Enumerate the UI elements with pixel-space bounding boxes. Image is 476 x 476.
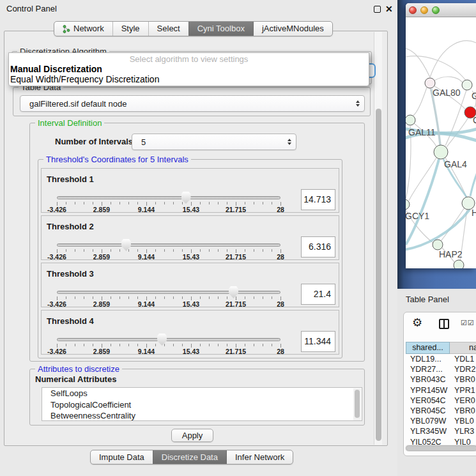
slider-tick xyxy=(137,296,138,299)
tab-network[interactable]: Network xyxy=(54,22,112,36)
slider-thumb[interactable] xyxy=(229,286,238,298)
slider-track[interactable] xyxy=(57,243,280,247)
slider-track[interactable] xyxy=(57,291,280,294)
tab-jactivemnodules[interactable]: jActiveMNodules xyxy=(253,22,332,36)
network-node[interactable] xyxy=(406,199,410,210)
dropdown-option-equal-width-frequency[interactable]: Equal Width/Frequency Discretization xyxy=(9,74,369,84)
panel-title: Control Panel xyxy=(6,0,57,18)
dropdown-option-manual-discretization[interactable]: Manual Discretization xyxy=(9,64,369,74)
slider-tick xyxy=(84,344,84,346)
threshold-panel: Threshold 3-3.4262.8599.14415.4321.71528… xyxy=(41,263,339,307)
slider-track[interactable] xyxy=(57,338,280,341)
slider-tick-label: 2.859 xyxy=(93,206,110,213)
float-panel-icon[interactable] xyxy=(374,6,381,13)
numerical-attributes-list[interactable]: SelfLoopsTopologicalCoefficientBetweenne… xyxy=(42,387,362,421)
slider-tick xyxy=(66,344,66,346)
table-row[interactable]: YBR043CYBR0 xyxy=(404,374,476,385)
list-scrollbar[interactable] xyxy=(353,388,361,421)
table-row[interactable]: YBL079WYBL0 xyxy=(404,416,476,426)
table-row[interactable]: YDR27...YDR2 xyxy=(404,364,476,374)
threshold-panel: Threshold 2-3.4262.8599.14415.4321.71528… xyxy=(41,215,339,260)
cell-name: YDL1 xyxy=(454,354,474,364)
slider-track[interactable] xyxy=(57,196,280,199)
threshold-value-field[interactable]: 6.316 xyxy=(301,236,335,257)
scrollbar-thumb[interactable] xyxy=(355,390,360,418)
network-canvas[interactable]: GAL80GACYGAL11GAL4GCY1HAHAP2 xyxy=(406,17,476,268)
column-layout-icon[interactable] xyxy=(439,319,449,329)
threshold-value-field[interactable]: 21.4 xyxy=(301,284,335,305)
slider-tick xyxy=(227,202,227,204)
slider-thumb[interactable] xyxy=(157,334,167,346)
network-node[interactable] xyxy=(433,240,443,250)
slider-tick xyxy=(155,296,156,299)
table-row[interactable]: YDL19...YDL1 xyxy=(404,354,476,364)
number-of-intervals-label: Number of Intervals xyxy=(55,137,133,146)
table-row[interactable]: YBR045CYBR0 xyxy=(404,406,476,416)
slider-tick xyxy=(173,249,174,252)
gear-icon[interactable]: ⚙ xyxy=(412,316,422,330)
control-panel-scrollbar[interactable] xyxy=(374,32,382,445)
attribute-list-item[interactable]: TopologicalCoefficient xyxy=(42,399,362,411)
attribute-list-item[interactable]: BetweennessCentrality xyxy=(42,410,362,421)
tab-discretize-data[interactable]: Discretize Data xyxy=(153,450,226,464)
table-row[interactable]: YLR345WYLR3 xyxy=(404,426,476,436)
tab-label: Network xyxy=(73,22,104,36)
slider-tick xyxy=(66,202,66,204)
tab-select[interactable]: Select xyxy=(148,22,188,36)
threshold-slider: -3.4262.8599.14415.4321.71528 xyxy=(57,286,282,307)
checkbox-icons[interactable]: ☑☑ xyxy=(461,319,475,327)
threshold-value-field[interactable]: 11.344 xyxy=(301,331,335,352)
threshold-slider: -3.4262.8599.14415.4321.71528 xyxy=(57,334,282,354)
table-horizontal-scrollbar[interactable] xyxy=(405,445,476,452)
threshold-slider: -3.4262.8599.14415.4321.71528 xyxy=(57,239,282,259)
table-data-combo[interactable]: galFiltered.sif default node xyxy=(20,95,365,112)
cell-shared-name: YDR27... xyxy=(410,364,443,374)
tab-label: Impute Data xyxy=(99,450,144,464)
tab-style[interactable]: Style xyxy=(112,22,148,36)
slider-thumb[interactable] xyxy=(121,239,131,251)
threshold-label: Threshold 1 xyxy=(47,174,94,184)
network-node[interactable] xyxy=(425,78,435,88)
column-header-name[interactable]: na xyxy=(450,342,476,354)
network-node[interactable] xyxy=(406,115,415,125)
slider-tick-label: 15.43 xyxy=(183,206,199,213)
zoom-button[interactable] xyxy=(432,6,440,14)
table-panel-title: Table Panel xyxy=(406,289,449,311)
dropdown-hint: Select algorithm to view settings xyxy=(9,53,369,64)
minimize-button[interactable] xyxy=(420,6,428,14)
slider-tick xyxy=(218,202,219,204)
attribute-list-item[interactable]: SelfLoops xyxy=(42,388,362,399)
group-interval-definition: Interval Definition Number of Intervals … xyxy=(29,123,365,362)
slider-tick xyxy=(93,344,93,346)
numerical-attributes-label: Numerical Attributes xyxy=(35,374,116,384)
slider-tick xyxy=(254,344,254,346)
number-of-intervals-combo[interactable]: 5 xyxy=(132,134,296,150)
column-header-shared-name[interactable]: shared... xyxy=(406,342,450,354)
tab-cyni-toolbox[interactable]: Cyni Toolbox xyxy=(188,22,253,36)
slider-tick xyxy=(182,344,183,346)
table-row[interactable]: YER054CYER0 xyxy=(404,395,476,406)
slider-tick xyxy=(164,296,165,299)
scrollbar-thumb[interactable] xyxy=(406,445,476,451)
cell-name: YPR1 xyxy=(454,385,475,395)
threshold-panel: Threshold 1-3.4262.8599.14415.4321.71528… xyxy=(41,168,339,213)
slider-tick xyxy=(200,202,201,204)
network-node[interactable] xyxy=(454,260,464,268)
table-row[interactable]: YPR145WYPR1 xyxy=(404,385,476,395)
slider-tick xyxy=(272,202,272,204)
network-window-titlebar xyxy=(406,3,476,17)
apply-button[interactable]: Apply xyxy=(171,429,213,442)
slider-tick xyxy=(173,202,174,204)
close-icon[interactable]: ✕ xyxy=(385,3,393,15)
scrollbar-thumb[interactable] xyxy=(376,109,381,441)
tab-infer-network[interactable]: Infer Network xyxy=(226,450,293,464)
tab-label: jActiveMNodules xyxy=(262,22,324,36)
tab-impute-data[interactable]: Impute Data xyxy=(91,450,153,464)
slider-tick xyxy=(75,249,75,252)
threshold-value-field[interactable]: 14.713 xyxy=(301,189,335,210)
network-node[interactable] xyxy=(434,145,448,159)
slider-tick-label: 9.144 xyxy=(138,206,155,213)
network-node[interactable] xyxy=(462,80,472,90)
slider-tick xyxy=(137,249,138,252)
close-button[interactable] xyxy=(409,6,417,14)
